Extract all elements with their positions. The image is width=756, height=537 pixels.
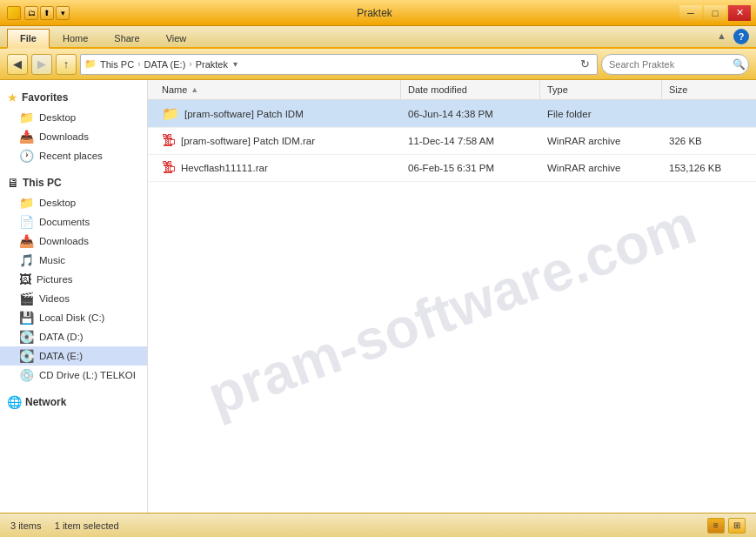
datad-label: DATA (D:) bbox=[39, 332, 84, 342]
status-bar: 3 items 1 item selected ≡ ⊞ bbox=[0, 513, 756, 537]
cd-drive-icon: 💿 bbox=[19, 368, 34, 382]
downloads-fav-icon: 📥 bbox=[19, 130, 34, 144]
large-icons-view-button[interactable]: ⊞ bbox=[728, 518, 746, 534]
ribbon-collapse-arrow[interactable]: ▲ bbox=[713, 29, 730, 44]
window-controls: ─ □ ✕ bbox=[679, 5, 751, 21]
videos-icon: 🎬 bbox=[19, 292, 34, 305]
file-name: Hevcflash11111.rar bbox=[181, 163, 268, 173]
sidebar-item-videos[interactable]: 🎬 Videos bbox=[0, 289, 147, 308]
file-size-cell: 153,126 KB bbox=[662, 158, 749, 178]
desktop-pc-label: Desktop bbox=[39, 198, 76, 208]
documents-icon: 📄 bbox=[19, 215, 34, 229]
network-icon: 🌐 bbox=[7, 395, 22, 409]
col-header-date[interactable]: Date modified bbox=[401, 80, 540, 99]
selected-count: 1 item selected bbox=[55, 520, 119, 531]
sidebar: ★ Favorites 📁 Desktop 📥 Downloads 🕐 Rece… bbox=[0, 80, 148, 513]
network-label: Network bbox=[25, 396, 66, 408]
file-size-cell bbox=[662, 109, 749, 119]
downloads-pc-icon: 📥 bbox=[19, 234, 34, 248]
datae-icon: 💽 bbox=[19, 349, 34, 363]
sidebar-item-desktop-fav[interactable]: 📁 Desktop bbox=[0, 108, 147, 127]
thispc-label: This PC bbox=[23, 177, 62, 189]
file-name-cell: 📁 [pram-software] Patch IDM bbox=[155, 100, 401, 127]
cd-drive-label: CD Drive (L:) TELKOI bbox=[39, 370, 136, 380]
rar-icon: 🗜 bbox=[162, 133, 176, 149]
sidebar-item-desktop-pc[interactable]: 📁 Desktop bbox=[0, 193, 147, 212]
path-thispc: This PC bbox=[100, 59, 134, 70]
downloads-pc-label: Downloads bbox=[39, 236, 89, 246]
thispc-header[interactable]: 🖥 This PC bbox=[0, 172, 147, 193]
col-header-type[interactable]: Type bbox=[540, 80, 662, 99]
sidebar-item-cd-drive[interactable]: 💿 CD Drive (L:) TELKOI bbox=[0, 366, 147, 385]
up-button[interactable]: ↑ bbox=[56, 54, 77, 75]
title-bar-left: 🗂 ⬆ ▾ bbox=[7, 6, 70, 20]
col-header-size[interactable]: Size bbox=[662, 80, 749, 99]
file-name: [pram-software] Patch IDM.rar bbox=[181, 136, 315, 146]
status-info: 3 items 1 item selected bbox=[10, 520, 119, 531]
file-type-cell: File folder bbox=[540, 104, 662, 124]
local-disk-icon: 💾 bbox=[19, 311, 34, 325]
table-row[interactable]: 🗜 Hevcflash11111.rar 06-Feb-15 6:31 PM W… bbox=[148, 155, 756, 182]
table-row[interactable]: 🗜 [pram-software] Patch IDM.rar 11-Dec-1… bbox=[148, 128, 756, 155]
file-date-cell: 06-Jun-14 4:38 PM bbox=[401, 104, 540, 124]
favorites-header[interactable]: ★ Favorites bbox=[0, 87, 147, 108]
refresh-button[interactable]: ↻ bbox=[576, 56, 593, 73]
close-button[interactable]: ✕ bbox=[728, 5, 751, 21]
details-view-button[interactable]: ≡ bbox=[707, 518, 725, 534]
sidebar-item-music[interactable]: 🎵 Music bbox=[0, 251, 147, 270]
address-path: 📁 This PC › DATA (E:) › Praktek ▾ bbox=[84, 58, 572, 70]
documents-label: Documents bbox=[39, 217, 90, 227]
computer-icon: 🖥 bbox=[7, 176, 19, 190]
sidebar-item-documents[interactable]: 📄 Documents bbox=[0, 212, 147, 232]
maximize-button[interactable]: □ bbox=[704, 5, 726, 21]
quick-access-btn-1[interactable]: 🗂 bbox=[24, 6, 38, 20]
tab-view[interactable]: View bbox=[153, 29, 200, 47]
minimize-button[interactable]: ─ bbox=[679, 5, 702, 21]
file-list: 📁 [pram-software] Patch IDM 06-Jun-14 4:… bbox=[148, 100, 756, 513]
address-bar[interactable]: 📁 This PC › DATA (E:) › Praktek ▾ ↻ bbox=[80, 54, 598, 75]
col-header-name[interactable]: Name ▲ bbox=[155, 80, 401, 99]
sidebar-item-pictures[interactable]: 🖼 Pictures bbox=[0, 270, 147, 289]
pictures-label: Pictures bbox=[37, 274, 73, 285]
sidebar-item-datad[interactable]: 💽 DATA (D:) bbox=[0, 327, 147, 346]
toolbar: ◀ ▶ ↑ 📁 This PC › DATA (E:) › Praktek ▾ … bbox=[0, 49, 756, 80]
datad-icon: 💽 bbox=[19, 330, 34, 344]
title-bar: 🗂 ⬆ ▾ Praktek ─ □ ✕ bbox=[0, 0, 756, 26]
sidebar-item-recent[interactable]: 🕐 Recent places bbox=[0, 146, 147, 165]
file-type-cell: WinRAR archive bbox=[540, 131, 662, 151]
sidebar-item-downloads-pc[interactable]: 📥 Downloads bbox=[0, 232, 147, 251]
back-button[interactable]: ◀ bbox=[7, 54, 28, 75]
network-header[interactable]: 🌐 Network bbox=[0, 392, 147, 413]
quick-access-btn-2[interactable]: ⬆ bbox=[40, 6, 54, 20]
path-sep-1: › bbox=[137, 59, 140, 69]
favorites-label: Favorites bbox=[22, 91, 68, 104]
desktop-pc-icon: 📁 bbox=[19, 196, 34, 210]
path-datae: DATA (E:) bbox=[144, 59, 185, 70]
sidebar-item-downloads-fav[interactable]: 📥 Downloads bbox=[0, 127, 147, 146]
sidebar-item-datae[interactable]: 💽 DATA (E:) bbox=[0, 346, 147, 366]
path-dropdown-arrow[interactable]: ▾ bbox=[233, 59, 238, 69]
view-toggle: ≡ ⊞ bbox=[707, 518, 746, 534]
quick-access-btn-3[interactable]: ▾ bbox=[56, 6, 70, 20]
forward-button[interactable]: ▶ bbox=[31, 54, 52, 75]
sidebar-item-local-disk[interactable]: 💾 Local Disk (C:) bbox=[0, 308, 147, 327]
table-row[interactable]: 📁 [pram-software] Patch IDM 06-Jun-14 4:… bbox=[148, 100, 756, 128]
help-button[interactable]: ? bbox=[733, 29, 749, 44]
file-area: Name ▲ Date modified Type Size 📁 [pram-s… bbox=[148, 80, 756, 513]
tab-home[interactable]: Home bbox=[50, 29, 101, 47]
file-date-cell: 11-Dec-14 7:58 AM bbox=[401, 131, 540, 151]
folder-icon: 📁 bbox=[162, 105, 179, 122]
tab-share[interactable]: Share bbox=[101, 29, 152, 47]
downloads-fav-label: Downloads bbox=[39, 131, 89, 142]
path-sep-2: › bbox=[189, 59, 191, 69]
recent-label: Recent places bbox=[39, 151, 103, 161]
sort-arrow: ▲ bbox=[191, 85, 198, 94]
star-icon: ★ bbox=[7, 91, 18, 104]
search-icon[interactable]: 🔍 bbox=[733, 58, 746, 70]
search-box[interactable]: 🔍 bbox=[601, 54, 749, 75]
rar-icon: 🗜 bbox=[162, 160, 176, 176]
tab-file[interactable]: File bbox=[7, 29, 50, 49]
videos-label: Videos bbox=[39, 293, 70, 304]
search-input[interactable] bbox=[609, 59, 729, 70]
desktop-fav-icon: 📁 bbox=[19, 111, 34, 124]
